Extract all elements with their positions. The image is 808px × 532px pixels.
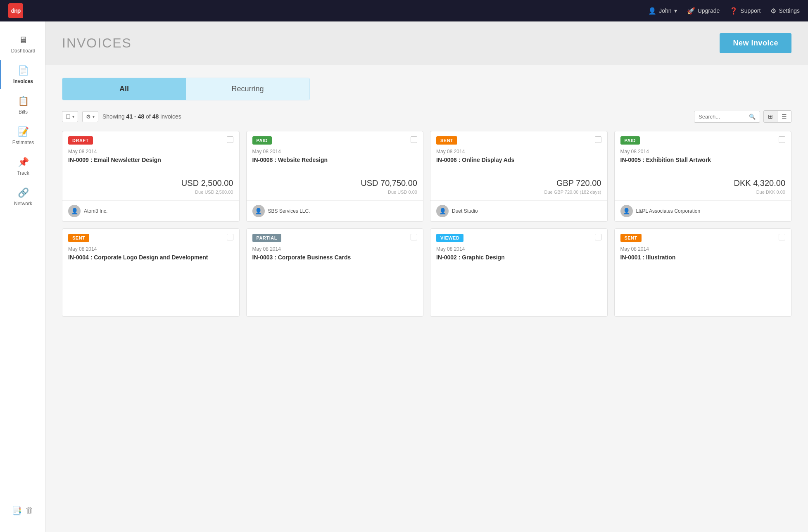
showing-range: 41 - 48 (126, 113, 145, 120)
card-footer (247, 296, 423, 316)
card-footer (62, 296, 239, 316)
of-text: of (146, 113, 151, 120)
page-header: INVOICES New Invoice (45, 21, 808, 65)
card-date: May 08 2014 (615, 149, 791, 156)
new-invoice-button[interactable]: New Invoice (720, 33, 791, 53)
card-date: May 08 2014 (615, 246, 791, 254)
invoice-card[interactable]: DRAFT May 08 2014 IN-0009 : Email Newsle… (62, 131, 240, 222)
support-button[interactable]: ❓ Support (730, 7, 760, 15)
card-header: SENT (430, 131, 607, 149)
card-due: Due GBP 720.00 (182 days) (430, 190, 607, 200)
sidebar: 🖥 Dashboard 📄 Invoices 📋 Bills 📝 Estimat… (0, 21, 45, 532)
tab-all[interactable]: All (62, 78, 186, 100)
card-due: Due USD 0.00 (247, 190, 423, 200)
card-header: SENT (615, 229, 791, 246)
search-box: 🔍 (694, 111, 760, 123)
toolbar-left: ☐ ▾ ⚙ ▾ Showing 41 - 48 of 48 invoices (62, 111, 181, 122)
client-avatar: 👤 (620, 205, 633, 217)
invoice-card[interactable]: PARTIAL May 08 2014 IN-0003 : Corporate … (246, 228, 424, 317)
invoice-card[interactable]: PAID May 08 2014 IN-0005 : Exhibition St… (614, 131, 792, 222)
user-menu[interactable]: 👤 John ▾ (648, 7, 677, 15)
sidebar-item-estimates[interactable]: 📝 Estimates (0, 121, 45, 150)
sidebar-item-invoices[interactable]: 📄 Invoices (0, 60, 45, 89)
sidebar-label-network: Network (14, 201, 32, 207)
card-checkbox[interactable] (411, 136, 417, 143)
card-footer: 👤 SBS Services LLC. (247, 200, 423, 221)
client-avatar: 👤 (68, 205, 81, 217)
select-all-dropdown[interactable]: ☐ ▾ (62, 111, 78, 122)
card-due: Due DKK 0.00 (615, 190, 791, 200)
card-title: IN-0005 : Exhibition Stall Artwork (615, 156, 791, 172)
card-checkbox[interactable] (595, 234, 601, 240)
trash-icon[interactable]: 🗑 (25, 506, 33, 515)
upgrade-button[interactable]: 🚀 Upgrade (687, 7, 720, 15)
settings-button[interactable]: ⚙ Settings (770, 7, 800, 15)
list-view-button[interactable]: ☰ (777, 111, 791, 122)
card-checkbox[interactable] (411, 234, 417, 240)
track-icon: 📌 (18, 157, 29, 168)
card-checkbox[interactable] (595, 136, 601, 143)
card-checkbox[interactable] (779, 136, 785, 143)
status-badge: SENT (620, 234, 642, 242)
status-badge: VIEWED (436, 234, 463, 242)
topnav-right: 👤 John ▾ 🚀 Upgrade ❓ Support ⚙ Settings (648, 7, 800, 15)
chevron-down-icon: ▾ (674, 7, 677, 14)
card-checkbox[interactable] (779, 234, 785, 240)
status-badge: DRAFT (68, 136, 93, 145)
status-badge: PAID (252, 136, 272, 145)
card-date: May 08 2014 (62, 149, 239, 156)
sidebar-item-dashboard[interactable]: 🖥 Dashboard (0, 30, 45, 59)
dashboard-icon: 🖥 (19, 35, 28, 45)
grid-view-button[interactable]: ⊞ (764, 111, 777, 122)
content-area: All Recurring ☐ ▾ ⚙ ▾ Showing 41 - 48 of… (45, 65, 808, 329)
card-date: May 08 2014 (430, 246, 607, 254)
invoice-card[interactable]: PAID May 08 2014 IN-0008 : Website Redes… (246, 131, 424, 222)
copy-icon[interactable]: 📑 (12, 506, 22, 515)
card-date: May 08 2014 (430, 149, 607, 156)
showing-text: Showing 41 - 48 of 48 invoices (102, 113, 181, 120)
card-title: IN-0008 : Website Redesign (247, 156, 423, 172)
sidebar-label-dashboard: Dashboard (11, 48, 36, 54)
card-date: May 08 2014 (247, 149, 423, 156)
invoice-grid: DRAFT May 08 2014 IN-0009 : Email Newsle… (62, 131, 791, 317)
card-amount: GBP 720.00 (430, 172, 607, 190)
status-badge: PARTIAL (252, 234, 281, 242)
invoice-card[interactable]: SENT May 08 2014 IN-0001 : Illustration (614, 228, 792, 317)
card-amount: DKK 4,320.00 (615, 172, 791, 190)
card-checkbox[interactable] (227, 136, 233, 143)
card-title: IN-0001 : Illustration (615, 254, 791, 269)
user-icon: 👤 (648, 7, 656, 15)
card-title: IN-0002 : Graphic Design (430, 254, 607, 269)
rocket-icon: 🚀 (687, 7, 695, 15)
search-input[interactable] (699, 114, 746, 120)
invoice-card[interactable]: SENT May 08 2014 IN-0004 : Corporate Log… (62, 228, 240, 317)
estimates-icon: 📝 (18, 126, 29, 137)
app-logo[interactable]: dnp (8, 3, 23, 18)
sidebar-bottom-row: 📑 🗑 (7, 501, 38, 520)
main-content: INVOICES New Invoice All Recurring ☐ ▾ ⚙ (45, 21, 808, 532)
card-checkbox[interactable] (227, 234, 233, 240)
card-amount (615, 269, 791, 290)
sidebar-item-network[interactable]: 🔗 Network (0, 183, 45, 211)
unit-text: invoices (160, 113, 181, 120)
page-title: INVOICES (62, 36, 132, 51)
invoice-card[interactable]: SENT May 08 2014 IN-0006 : Online Displa… (430, 131, 608, 222)
toolbar-right: 🔍 ⊞ ☰ (694, 110, 791, 123)
card-footer: 👤 Duet Studio (430, 200, 607, 221)
client-avatar: 👤 (436, 205, 449, 217)
client-avatar: 👤 (252, 205, 265, 217)
sidebar-item-track[interactable]: 📌 Track (0, 152, 45, 181)
search-icon: 🔍 (749, 114, 756, 120)
bills-icon: 📋 (18, 96, 29, 107)
sidebar-label-estimates: Estimates (12, 140, 34, 145)
card-header: PAID (615, 131, 791, 149)
sidebar-item-bills[interactable]: 📋 Bills (0, 91, 45, 120)
status-badge: PAID (620, 136, 640, 145)
bulk-actions-dropdown[interactable]: ⚙ ▾ (82, 111, 98, 122)
invoice-card[interactable]: VIEWED May 08 2014 IN-0002 : Graphic Des… (430, 228, 608, 317)
tab-recurring[interactable]: Recurring (186, 78, 309, 100)
card-header: VIEWED (430, 229, 607, 246)
upgrade-label: Upgrade (698, 7, 720, 14)
view-toggle: ⊞ ☰ (763, 110, 791, 123)
card-title: IN-0004 : Corporate Logo Design and Deve… (62, 254, 239, 269)
